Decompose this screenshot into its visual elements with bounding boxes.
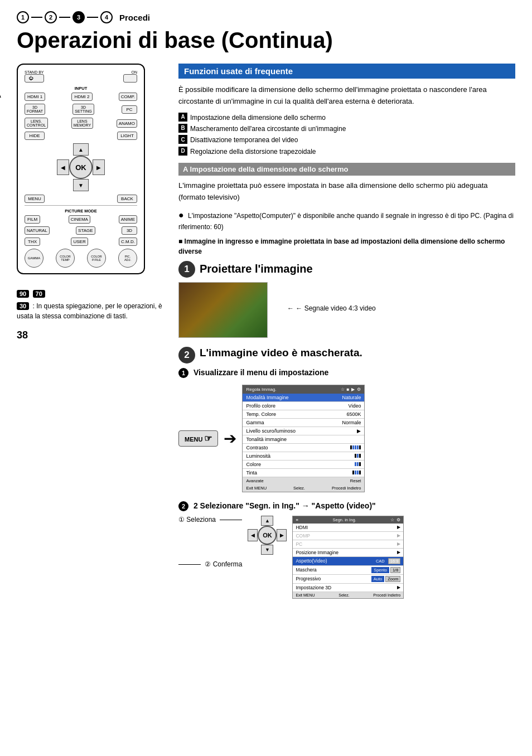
badge-30: 30 — [17, 302, 29, 310]
on-button[interactable] — [123, 74, 137, 83]
select-labels: ① Seleziona ② Conferma — [178, 516, 242, 568]
icon3: ▶ — [351, 387, 355, 392]
small-ok-button[interactable]: OK — [258, 526, 277, 545]
menu-header-left: Regola Immag. — [246, 387, 276, 392]
menu2-header-icon: ≡ — [296, 517, 298, 522]
natural-button[interactable]: NATURAL — [25, 226, 50, 235]
list-item-b-text: Mascheramento dell'area circostante di u… — [190, 123, 346, 134]
menu-screen-2: ≡ Segn. in Ing. ☆ ⚙ HDMI ▶ COMP ▶ — [292, 516, 404, 599]
dpad-right-button[interactable]: ▶ — [93, 159, 105, 175]
hide-button[interactable]: HIDE — [25, 132, 45, 140]
step1-title: Proiettare l'immagine — [200, 263, 313, 275]
small-dpad-left[interactable]: ◀ — [248, 529, 258, 541]
back-button[interactable]: BACK — [117, 195, 137, 203]
small-dpad: ▲ ◀ OK ▶ ▼ — [248, 516, 287, 555]
ok-button[interactable]: OK — [69, 156, 93, 179]
remote-notes: 90 70 30 : In questa spiegazione, per le… — [17, 289, 167, 321]
menu-button-display[interactable]: MENU ☞ — [178, 430, 218, 447]
cbar2 — [357, 462, 359, 466]
m2-icon2: ⚙ — [396, 517, 400, 522]
menu2-progressivo: Progressivo Auto Zoom — [293, 575, 403, 584]
small-dpad-up[interactable]: ▲ — [261, 516, 273, 526]
menu-button[interactable]: MENU — [25, 195, 45, 203]
cbar3 — [359, 462, 361, 466]
m2-selez: Selez. — [338, 593, 349, 597]
lens-control-button[interactable]: LENS.CONTROL — [25, 118, 48, 129]
light-button[interactable]: LIGHT — [117, 132, 137, 140]
menu-btn-text: MENU — [185, 436, 202, 443]
dpad-down-row: ▼ — [73, 179, 89, 191]
dpad-down-button[interactable]: ▼ — [73, 179, 89, 191]
contrasto-bar — [350, 445, 361, 450]
aspetto-val1: CAD — [374, 558, 387, 564]
modalita-label: Modalità Immagine — [246, 395, 288, 400]
sub-intro-text: L'immagine proiettata può essere imposta… — [178, 180, 515, 203]
gamma-button[interactable]: GAMMA — [25, 249, 43, 268]
remote-power-row: STAND BY ⏻ ON — [25, 70, 137, 83]
bold-note: ■ Immagine in ingresso e immagine proiet… — [178, 236, 515, 256]
progressivo-label: Progressivo — [296, 576, 321, 582]
step-1-circle: 1 — [17, 11, 29, 23]
small-dpad-mid: ◀ OK ▶ — [248, 526, 287, 545]
aspetto-val2: 16:9 — [388, 558, 401, 564]
pc-button[interactable]: PC — [122, 105, 137, 114]
anamo-button[interactable]: ANAMO — [117, 119, 137, 128]
hdmi1-button[interactable]: HDMI 1 — [25, 93, 45, 101]
list-item-a: A Impostazione della dimensione dello sc… — [178, 112, 515, 123]
menu-nav-footer: Exit MENU Selez. Procedi Indietro — [243, 484, 364, 492]
step-connector-1 — [31, 17, 42, 18]
menu-row-contrasto: Contrasto — [243, 444, 364, 452]
avanzate-btn[interactable]: Avanzate — [246, 478, 263, 483]
substep2-num: 2 — [178, 501, 188, 511]
substep2-text: 2 Selezionare "Segn. in Ing." → "Aspetto… — [194, 501, 376, 510]
step1-header: 1 Proiettare l'immagine — [178, 261, 515, 278]
lbar3 — [359, 454, 361, 458]
step-connector-3 — [87, 17, 98, 18]
icon1: ☆ — [341, 387, 345, 392]
bar1 — [350, 445, 352, 449]
stage-button[interactable]: STAGE — [76, 226, 95, 235]
icon4: ⚙ — [357, 387, 361, 392]
conferma-label: ② Conferma — [178, 560, 242, 568]
posizione-arrow: ▶ — [397, 550, 400, 555]
standby-button[interactable]: ⏻ — [25, 74, 44, 83]
dpad-up-button[interactable]: ▲ — [73, 143, 89, 156]
film-button[interactable]: FILM — [25, 215, 40, 224]
menu2-posizione: Posizione Immagine ▶ — [293, 549, 403, 557]
small-dpad-down[interactable]: ▼ — [261, 545, 273, 555]
signal-note: ← ← Segnale video 4:3 video — [287, 304, 376, 312]
arrow-icon: ← — [287, 304, 294, 312]
bar3 — [355, 445, 356, 449]
setting-3d-button[interactable]: 3DSETTING — [72, 104, 94, 115]
lens-memory-button[interactable]: LENSMEMORY — [71, 118, 93, 129]
anime-button[interactable]: ANIME — [119, 215, 137, 224]
hdmi2-button[interactable]: HDMI 2 — [71, 93, 92, 101]
format-3d-button[interactable]: 3DFORMAT — [25, 104, 45, 115]
color-temp-button[interactable]: COLORTEMP — [56, 249, 75, 268]
procedi-label: Procedi — [119, 13, 150, 22]
on-section: ON — [123, 70, 137, 83]
modalita-value: Naturale — [342, 395, 361, 400]
menu2-hdmi: HDMI ▶ — [293, 524, 403, 532]
small-dpad-right[interactable]: ▶ — [277, 529, 287, 541]
color-pfile-button[interactable]: COLORP.FILE — [87, 249, 106, 268]
thx-button[interactable]: THX — [25, 238, 40, 246]
dpad-left-button[interactable]: ◀ — [57, 159, 69, 175]
reset-btn[interactable]: Reset — [350, 478, 361, 483]
menu-visualize-row: MENU ☞ ➔ Regola Immag. ☆ ■ ▶ ⚙ — [178, 381, 515, 496]
bullet1: ● L'impostazione "Aspetto(Computer)" è d… — [178, 208, 515, 233]
bullet1-text: L'impostazione "Aspetto(Computer)" è dis… — [178, 212, 514, 231]
temp-label: Temp. Colore — [246, 411, 276, 417]
thd-button[interactable]: 3D — [122, 226, 137, 235]
lbar2 — [357, 454, 359, 458]
prog-pills: Auto Zoom — [371, 576, 401, 582]
step-connector-2 — [59, 17, 70, 18]
user-button[interactable]: USER — [71, 238, 88, 246]
right-column: Funzioni usate di frequente È possibile … — [178, 64, 515, 599]
pic-adj-button[interactable]: PIC.ADJ. — [118, 249, 137, 268]
cmd-button[interactable]: C.M.D. — [119, 238, 137, 246]
cinema-button[interactable]: CINEMA — [69, 215, 90, 224]
comp-button[interactable]: COMP. — [119, 93, 137, 101]
badge-row: 90 70 — [17, 289, 167, 299]
picture-mode-row-3: THX USER C.M.D. — [25, 238, 137, 246]
